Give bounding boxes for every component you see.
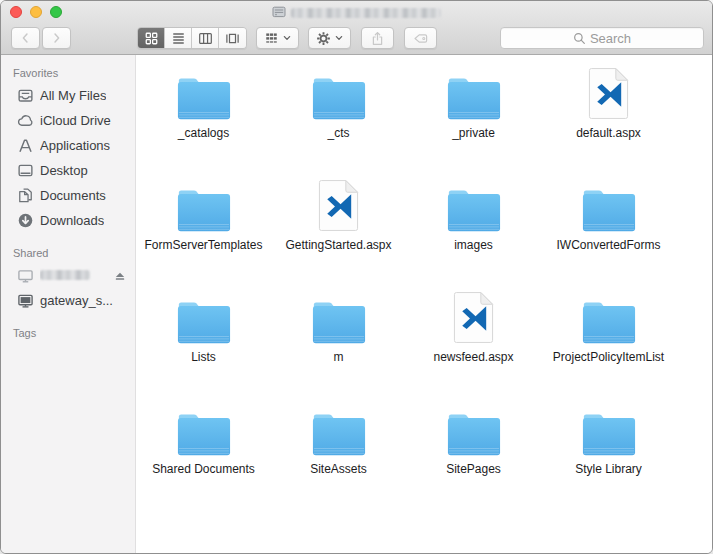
eject-icon bbox=[113, 269, 127, 283]
column-view-button[interactable] bbox=[192, 28, 219, 48]
sidebar-item-label: Downloads bbox=[40, 213, 104, 228]
tag-button[interactable] bbox=[404, 27, 437, 49]
file-item-label: _cts bbox=[327, 126, 349, 141]
file-item-label: SiteAssets bbox=[310, 462, 367, 477]
window-title-redacted-text bbox=[291, 8, 441, 18]
sidebar-item-applications[interactable]: Applications bbox=[1, 133, 135, 158]
file-item-lists[interactable]: Lists bbox=[136, 289, 271, 401]
sidebar-section-title: Tags bbox=[1, 325, 135, 343]
folder-icon bbox=[176, 188, 232, 233]
file-item-label: _catalogs bbox=[178, 126, 229, 141]
sidebar-section-shared: Shared gateway_s... bbox=[1, 245, 135, 313]
folder-icon bbox=[446, 412, 502, 457]
arrange-icon bbox=[264, 31, 279, 46]
finder-window: Search Favorites All My Files iCloud Dri… bbox=[0, 0, 713, 554]
file-item-iwconvertedforms[interactable]: IWConvertedForms bbox=[541, 177, 676, 289]
file-item-private[interactable]: _private bbox=[406, 65, 541, 177]
eject-button[interactable] bbox=[113, 269, 127, 283]
file-item-label: GettingStarted.aspx bbox=[285, 238, 391, 253]
share-button[interactable] bbox=[361, 27, 394, 49]
file-item-siteassets[interactable]: SiteAssets bbox=[271, 401, 406, 513]
icloud-icon bbox=[17, 112, 34, 129]
folder-icon bbox=[311, 412, 367, 457]
sidebar-item-label: Documents bbox=[40, 188, 106, 203]
file-item-formservertemplates[interactable]: FormServerTemplates bbox=[136, 177, 271, 289]
folder-icon bbox=[176, 300, 232, 345]
file-item-cts[interactable]: _cts bbox=[271, 65, 406, 177]
shared-computer-icon bbox=[17, 267, 34, 284]
coverflow-view-button[interactable] bbox=[219, 28, 246, 48]
sidebar-item-documents[interactable]: Documents bbox=[1, 183, 135, 208]
aspx-document-icon bbox=[316, 178, 361, 233]
sidebar-item-label: gateway_s... bbox=[40, 293, 113, 308]
file-item-label: IWConvertedForms bbox=[556, 238, 660, 253]
file-item-shared-documents[interactable]: Shared Documents bbox=[136, 401, 271, 513]
file-item-label: m bbox=[334, 350, 344, 365]
search-icon bbox=[573, 32, 586, 45]
sidebar-item-icloud-drive[interactable]: iCloud Drive bbox=[1, 108, 135, 133]
file-item-gettingstarted-aspx[interactable]: GettingStarted.aspx bbox=[271, 177, 406, 289]
sidebar: Favorites All My Files iCloud Drive Appl… bbox=[1, 55, 136, 554]
file-item-newsfeed-aspx[interactable]: newsfeed.aspx bbox=[406, 289, 541, 401]
file-item-style-library[interactable]: Style Library bbox=[541, 401, 676, 513]
arrange-button[interactable] bbox=[256, 27, 299, 49]
navigation-buttons bbox=[11, 27, 71, 49]
file-item-label: Style Library bbox=[575, 462, 642, 477]
forward-button[interactable] bbox=[42, 27, 71, 49]
folder-icon bbox=[581, 188, 637, 233]
file-item-sitepages[interactable]: SitePages bbox=[406, 401, 541, 513]
folder-icon bbox=[176, 412, 232, 457]
sidebar-item-gateway-s[interactable]: gateway_s... bbox=[1, 288, 135, 313]
sidebar-item-label: Applications bbox=[40, 138, 110, 153]
back-button[interactable] bbox=[11, 27, 40, 49]
icon-view-button[interactable] bbox=[138, 28, 165, 48]
file-item-default-aspx[interactable]: default.aspx bbox=[541, 65, 676, 177]
folder-icon bbox=[311, 300, 367, 345]
display-icon bbox=[17, 292, 34, 309]
gear-icon bbox=[316, 31, 331, 46]
file-grid: _catalogs _cts _private default.aspx For… bbox=[136, 55, 712, 554]
file-item-label: FormServerTemplates bbox=[144, 238, 262, 253]
sidebar-section-title: Shared bbox=[1, 245, 135, 263]
file-item-projectpolicyitemlist[interactable]: ProjectPolicyItemList bbox=[541, 289, 676, 401]
desktop-icon bbox=[17, 162, 34, 179]
chevron-right-icon bbox=[50, 31, 63, 45]
folder-icon bbox=[581, 300, 637, 345]
search-placeholder: Search bbox=[590, 31, 631, 46]
file-item-label: newsfeed.aspx bbox=[433, 350, 513, 365]
sidebar-section-favorites: Favorites All My Files iCloud Drive Appl… bbox=[1, 65, 135, 233]
chevron-down-icon bbox=[335, 34, 343, 42]
file-item-label: SitePages bbox=[446, 462, 501, 477]
search-input[interactable]: Search bbox=[500, 27, 704, 49]
folder-icon bbox=[176, 76, 232, 121]
sidebar-item-label bbox=[40, 268, 92, 283]
window-chrome: Search bbox=[1, 1, 712, 55]
list-view-icon bbox=[171, 31, 186, 46]
chevron-down-icon bbox=[283, 34, 291, 42]
grid-view-icon bbox=[144, 31, 159, 46]
sidebar-item-downloads[interactable]: Downloads bbox=[1, 208, 135, 233]
file-item-m[interactable]: m bbox=[271, 289, 406, 401]
sidebar-item-redacted[interactable] bbox=[1, 263, 135, 288]
action-menu-button[interactable] bbox=[308, 27, 351, 49]
file-item-images[interactable]: images bbox=[406, 177, 541, 289]
file-item-label: default.aspx bbox=[576, 126, 641, 141]
sidebar-section-tags: Tags bbox=[1, 325, 135, 343]
aspx-document-icon bbox=[586, 66, 631, 121]
file-item-label: Lists bbox=[191, 350, 216, 365]
titlebar[interactable] bbox=[1, 1, 712, 23]
sidebar-section-title: Favorites bbox=[1, 65, 135, 83]
redacted-server-name bbox=[40, 270, 90, 280]
folder-icon bbox=[581, 412, 637, 457]
file-item-catalogs[interactable]: _catalogs bbox=[136, 65, 271, 177]
list-view-button[interactable] bbox=[165, 28, 192, 48]
window-title bbox=[1, 1, 712, 23]
file-item-label: ProjectPolicyItemList bbox=[553, 350, 664, 365]
sidebar-item-desktop[interactable]: Desktop bbox=[1, 158, 135, 183]
window-body: Favorites All My Files iCloud Drive Appl… bbox=[1, 55, 712, 554]
column-view-icon bbox=[198, 31, 213, 46]
sidebar-item-all-my-files[interactable]: All My Files bbox=[1, 83, 135, 108]
server-icon bbox=[272, 5, 286, 19]
all-my-files-icon bbox=[17, 87, 34, 104]
file-item-label: Shared Documents bbox=[152, 462, 255, 477]
